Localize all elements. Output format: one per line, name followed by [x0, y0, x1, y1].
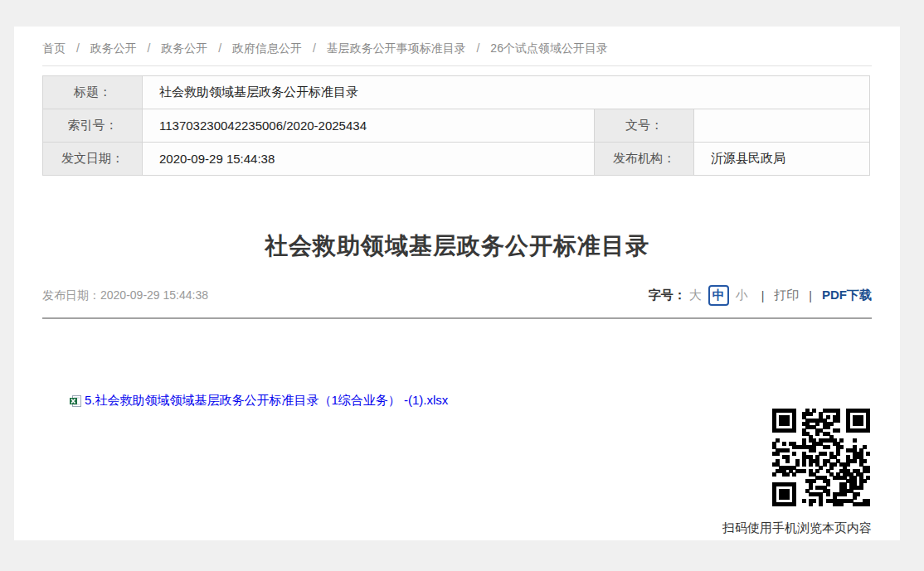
document-meta-table: 标题： 社会救助领域基层政务公开标准目录 索引号： 11370323004223…	[42, 75, 870, 176]
breadcrumb-item-zwgk-1[interactable]: 政务公开	[90, 41, 137, 55]
meta-docnum-label: 文号：	[595, 109, 694, 143]
breadcrumb: 首页 / 政务公开 / 政务公开 / 政府信息公开 / 基层政务公开事项标准目录…	[42, 27, 872, 66]
date-toolbar-row: 发布日期：2020-09-29 15:44:38 字号： 大 中 小 | 打印 …	[42, 285, 872, 319]
article-body: 5.社会救助领域领域基层政务公开标准目录（1综合业务） -(1).xlsx 扫码…	[42, 319, 872, 540]
publish-date-value: 2020-09-29 15:44:38	[100, 288, 208, 302]
meta-agency-label: 发布机构：	[595, 143, 694, 176]
font-size-medium-button[interactable]: 中	[708, 285, 729, 306]
meta-title-value: 社会救助领域基层政务公开标准目录	[143, 76, 870, 109]
toolbar-separator: |	[809, 289, 812, 302]
breadcrumb-separator: /	[76, 41, 80, 55]
publish-date-label: 发布日期：	[42, 288, 100, 302]
breadcrumb-separator: /	[313, 41, 316, 55]
breadcrumb-item-home[interactable]: 首页	[42, 41, 66, 55]
meta-issuedate-value: 2020-09-29 15:44:38	[143, 143, 595, 176]
font-size-large-button[interactable]: 大	[689, 288, 702, 303]
excel-file-icon	[69, 394, 82, 408]
table-row: 标题： 社会救助领域基层政务公开标准目录	[43, 76, 870, 109]
breadcrumb-item-zwgk-2[interactable]: 政务公开	[161, 41, 207, 55]
toolbar-separator: |	[761, 289, 765, 302]
meta-docnum-value	[694, 109, 870, 143]
print-button[interactable]: 打印	[774, 288, 799, 303]
attachment-row: 5.社会救助领域领域基层政务公开标准目录（1综合业务） -(1).xlsx	[69, 393, 448, 409]
qr-code	[772, 409, 870, 506]
meta-agency-value: 沂源县民政局	[694, 143, 870, 176]
breadcrumb-separator: /	[148, 41, 151, 55]
meta-title-label: 标题：	[43, 76, 143, 109]
qr-caption: 扫码使用手机浏览本页内容	[722, 520, 872, 536]
table-row: 索引号： 113703230042235006/2020-2025434 文号：	[43, 109, 870, 143]
page-title: 社会救助领域基层政务公开标准目录	[42, 229, 872, 264]
breadcrumb-separator: /	[477, 41, 480, 55]
meta-index-label: 索引号：	[43, 109, 143, 143]
meta-issuedate-label: 发文日期：	[43, 143, 143, 176]
attachment-link[interactable]: 5.社会救助领域领域基层政务公开标准目录（1综合业务） -(1).xlsx	[85, 393, 448, 409]
article-toolbar: 字号： 大 中 小 | 打印 | PDF下载	[649, 285, 872, 306]
pdf-download-button[interactable]: PDF下载	[822, 288, 872, 303]
breadcrumb-item-pilot-catalog[interactable]: 26个试点领域公开目录	[490, 41, 608, 55]
breadcrumb-item-gov-info[interactable]: 政府信息公开	[232, 41, 302, 55]
content-panel: 首页 / 政务公开 / 政务公开 / 政府信息公开 / 基层政务公开事项标准目录…	[14, 27, 900, 540]
qr-block: 扫码使用手机浏览本页内容	[722, 409, 872, 536]
font-size-small-button[interactable]: 小	[736, 288, 748, 303]
publish-date: 发布日期：2020-09-29 15:44:38	[42, 288, 208, 303]
breadcrumb-item-standard-catalog[interactable]: 基层政务公开事项标准目录	[327, 41, 466, 55]
meta-index-value: 113703230042235006/2020-2025434	[143, 109, 595, 143]
font-size-label: 字号：	[649, 288, 686, 303]
table-row: 发文日期： 2020-09-29 15:44:38 发布机构： 沂源县民政局	[43, 143, 870, 176]
breadcrumb-separator: /	[218, 41, 221, 55]
